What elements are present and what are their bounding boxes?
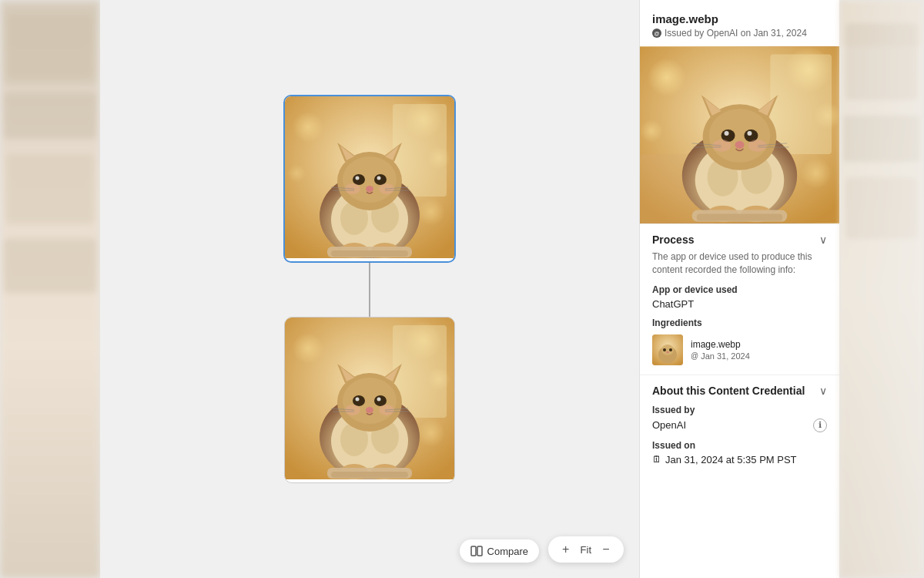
svg-point-101 — [663, 348, 666, 351]
issued-by-value: OpenAI — [652, 419, 686, 431]
ingredients-label: Ingredients — [652, 318, 827, 328]
right-panel: image.webp @ Issued by OpenAI on Jan 31,… — [639, 0, 839, 578]
process-section: Process ∨ The app or device used to prod… — [640, 223, 839, 375]
credential-chevron: ∨ — [819, 385, 827, 397]
ingredient-thumbnail — [652, 334, 683, 365]
svg-rect-71 — [770, 54, 832, 154]
panel-header: image.webp @ Issued by OpenAI on Jan 31,… — [640, 0, 839, 46]
issued-on-row: 🗓 Jan 31, 2024 at 5:35 PM PST — [652, 454, 827, 465]
connector-line — [369, 263, 370, 317]
svg-rect-63 — [471, 546, 476, 556]
svg-point-17 — [353, 174, 365, 185]
svg-point-78 — [709, 109, 771, 163]
svg-point-88 — [713, 139, 732, 152]
issued-on-value: Jan 31, 2024 at 5:35 PM PST — [665, 454, 797, 465]
issued-on-label: Issued on — [652, 440, 827, 451]
svg-point-70 — [801, 158, 832, 189]
ingredient-item: image.webp @ Jan 31, 2024 — [652, 334, 827, 365]
zoom-out-button[interactable]: − — [598, 541, 614, 558]
panel-image-preview — [640, 46, 839, 223]
svg-point-4 — [287, 164, 306, 183]
svg-point-19 — [356, 176, 360, 180]
svg-point-66 — [648, 58, 686, 96]
svg-point-69 — [640, 119, 663, 143]
canvas-content: @ Jan 31, 2024 — [283, 95, 456, 483]
svg-point-86 — [747, 131, 752, 136]
credential-section-header[interactable]: About this Content Credential ∨ — [652, 385, 827, 397]
svg-point-20 — [377, 176, 381, 180]
info-icon[interactable]: ℹ — [813, 418, 827, 432]
zoom-controls: + Fit − — [548, 536, 624, 563]
bottom-cat-image — [285, 318, 454, 479]
panel-subtitle: @ Issued by OpenAI on Jan 31, 2024 — [652, 28, 827, 39]
issued-on-icon: 🗓 — [652, 454, 661, 465]
zoom-in-button[interactable]: + — [557, 541, 574, 558]
app-label: App or device used — [652, 284, 827, 295]
svg-point-1 — [293, 112, 323, 143]
credential-title: About this Content Credential — [652, 385, 805, 397]
svg-point-50 — [356, 398, 360, 402]
subtitle-cr-icon: @ — [652, 29, 661, 38]
left-blur-panel — [0, 0, 100, 578]
process-description: The app or device used to produce this c… — [652, 250, 827, 277]
top-image-node[interactable]: @ Jan 31, 2024 — [283, 95, 456, 263]
bottom-image-node[interactable]: @ Jan 31, 2024 — [284, 317, 455, 483]
svg-point-102 — [669, 348, 672, 351]
app-value: ChatGPT — [652, 298, 827, 310]
ingredient-date: @ Jan 31, 2024 — [691, 351, 750, 361]
credential-section: About this Content Credential ∨ Issued b… — [640, 375, 839, 475]
svg-rect-97 — [697, 214, 783, 221]
issued-by-label: Issued by — [652, 405, 827, 415]
svg-point-36 — [417, 419, 445, 447]
svg-point-51 — [377, 398, 381, 402]
svg-point-21 — [366, 186, 373, 192]
svg-point-43 — [343, 378, 397, 424]
ingredient-thumb-svg — [652, 334, 683, 365]
ingredient-info: image.webp @ Jan 31, 2024 — [691, 339, 750, 361]
svg-rect-62 — [331, 472, 408, 478]
svg-point-48 — [353, 395, 365, 406]
right-blur-panel — [839, 0, 924, 578]
svg-rect-31 — [331, 250, 408, 257]
svg-point-12 — [343, 156, 397, 203]
svg-point-52 — [366, 407, 373, 413]
ingredient-name: image.webp — [691, 339, 750, 350]
fit-label: Fit — [581, 544, 591, 556]
svg-rect-64 — [477, 546, 482, 556]
compare-icon — [470, 545, 483, 557]
panel-cat-svg — [640, 46, 839, 223]
process-chevron: ∨ — [819, 234, 827, 246]
svg-point-87 — [735, 141, 745, 149]
issued-by-row: OpenAI ℹ — [652, 418, 827, 432]
panel-filename: image.webp — [652, 12, 827, 25]
svg-point-103 — [667, 351, 669, 352]
svg-point-33 — [293, 333, 323, 364]
process-title: Process — [652, 234, 694, 246]
svg-point-85 — [725, 131, 729, 136]
main-canvas: @ Jan 31, 2024 — [100, 0, 639, 578]
svg-point-89 — [748, 139, 766, 152]
ingredient-date-icon: @ — [691, 351, 698, 360]
svg-point-18 — [374, 174, 387, 185]
process-section-header[interactable]: Process ∨ — [652, 234, 827, 246]
svg-point-49 — [374, 395, 387, 406]
compare-button[interactable]: Compare — [460, 539, 539, 563]
top-cat-image — [285, 96, 454, 258]
svg-point-5 — [417, 198, 445, 226]
